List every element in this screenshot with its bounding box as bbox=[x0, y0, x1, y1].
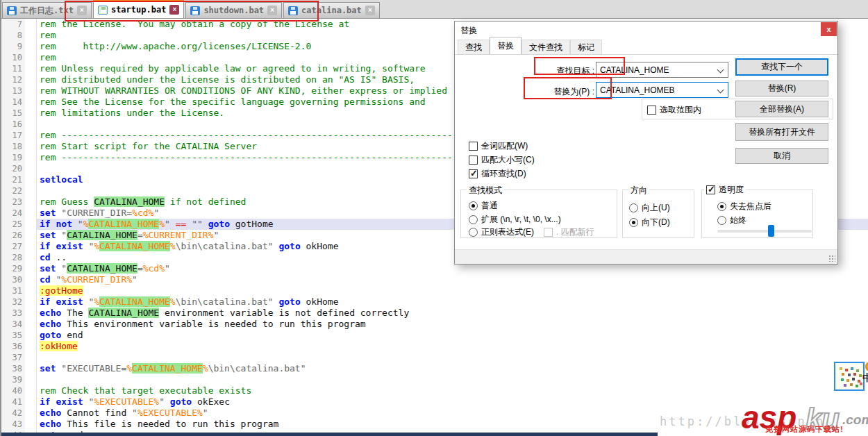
direction-down-radio[interactable]: 向下(D) bbox=[629, 217, 670, 228]
fold-margin bbox=[25, 374, 37, 385]
fold-margin bbox=[25, 285, 37, 296]
tab-close-icon[interactable]: × bbox=[267, 6, 277, 15]
replace-all-open-button[interactable]: 替换所有打开文件 bbox=[735, 123, 828, 141]
line-number: 26 bbox=[1, 230, 25, 241]
radio-unselected-icon[interactable] bbox=[469, 215, 478, 224]
radio-unselected-icon[interactable] bbox=[629, 203, 638, 212]
checkbox-unchecked-icon[interactable] bbox=[469, 156, 478, 165]
code-line[interactable]: 38set "EXECUTABLE=%CATALINA_HOME%\bin\ca… bbox=[1, 363, 868, 374]
radio-selected-icon[interactable] bbox=[629, 218, 638, 227]
code-line[interactable]: 36:okHome bbox=[1, 341, 868, 352]
dialog-title-bar[interactable]: 替换 x bbox=[455, 22, 837, 37]
line-number: 11 bbox=[1, 63, 25, 74]
mode-extended-radio[interactable]: 扩展 (\n, \r, \t, \0, \x...) bbox=[469, 214, 561, 226]
tab-find[interactable]: 查找 bbox=[458, 40, 490, 54]
checkbox-disabled-icon bbox=[544, 228, 553, 237]
line-number: 34 bbox=[1, 319, 25, 330]
wrap-around-label: 循环查找(D) bbox=[481, 168, 526, 180]
code-line[interactable]: 35goto end bbox=[1, 330, 868, 341]
fold-margin bbox=[25, 408, 37, 419]
popup-thumbnail[interactable] bbox=[834, 362, 865, 391]
code-line[interactable]: 40rem Check that target executable exist… bbox=[1, 385, 868, 396]
code-line[interactable]: 33echo The CATALINA_HOME environment var… bbox=[1, 308, 868, 319]
line-number: 30 bbox=[1, 274, 25, 285]
checkbox-unchecked-icon[interactable] bbox=[647, 106, 656, 115]
transparency-checkbox[interactable]: 透明度 bbox=[704, 184, 746, 196]
wrap-around-checkbox[interactable]: 循环查找(D) bbox=[469, 168, 526, 180]
floppy-save-icon bbox=[98, 6, 108, 15]
code-text: cd "%CURRENT_DIR%" bbox=[37, 274, 868, 285]
code-line[interactable]: 32if exist "%CATALINA_HOME%\bin\catalina… bbox=[1, 296, 868, 308]
checkbox-unchecked-icon[interactable] bbox=[469, 142, 478, 151]
mode-normal-label: 普通 bbox=[481, 200, 498, 212]
mode-regex-label: 正则表达式(E) bbox=[481, 226, 534, 238]
mode-normal-radio[interactable]: 普通 bbox=[469, 200, 498, 212]
close-icon[interactable]: x bbox=[821, 22, 837, 36]
fold-margin bbox=[25, 219, 37, 230]
slider-handle[interactable] bbox=[768, 225, 774, 237]
checkbox-checked-icon[interactable] bbox=[469, 169, 478, 178]
in-selection-checkbox[interactable]: 选取范围内 bbox=[647, 104, 701, 116]
line-number: 33 bbox=[1, 308, 25, 319]
fold-margin bbox=[25, 263, 37, 274]
tab-close-icon[interactable]: × bbox=[169, 5, 179, 15]
fold-margin bbox=[25, 341, 37, 352]
confetti-image bbox=[840, 367, 842, 370]
code-text: set "EXECUTABLE=%CATALINA_HOME%\bin\cata… bbox=[37, 363, 868, 374]
match-case-checkbox[interactable]: 匹配大小写(C) bbox=[469, 154, 535, 166]
floppy-save-icon bbox=[288, 6, 298, 15]
cancel-button[interactable]: 取消 bbox=[735, 148, 828, 164]
tab-close-icon[interactable]: × bbox=[365, 6, 375, 15]
line-number: 22 bbox=[1, 185, 25, 196]
mode-regex-radio[interactable]: 正则表达式(E) bbox=[469, 226, 534, 238]
fold-margin bbox=[25, 119, 37, 130]
file-tab-startup.bat[interactable]: startup.bat× bbox=[93, 0, 184, 18]
code-line[interactable]: 39 bbox=[1, 374, 868, 385]
find-what-combo[interactable]: CATALINA_HOME bbox=[596, 62, 728, 78]
line-number: 27 bbox=[1, 241, 25, 252]
aspku-logo-com: .com bbox=[842, 412, 868, 428]
transparency-on-focus-radio[interactable]: 失去焦点后 bbox=[717, 201, 771, 212]
resize-grip[interactable] bbox=[829, 255, 835, 262]
file-tab-shutdown.bat[interactable]: shutdown.bat× bbox=[185, 2, 282, 18]
code-line[interactable]: 29set "CATALINA_HOME=%cd%" bbox=[1, 263, 868, 274]
line-number: 23 bbox=[1, 196, 25, 208]
code-text: if exist "%CATALINA_HOME%\bin\catalina.b… bbox=[37, 296, 868, 308]
fold-margin bbox=[25, 174, 37, 185]
replace-with-combo[interactable]: CATALINA_HOMEB bbox=[596, 82, 728, 98]
chevron-down-icon[interactable] bbox=[717, 87, 724, 94]
transparency-label: 透明度 bbox=[719, 184, 744, 196]
find-next-button[interactable]: 查找下一个 bbox=[735, 58, 828, 76]
tab-replace[interactable]: 替换 bbox=[490, 37, 521, 54]
file-tab-catalina.bat[interactable]: catalina.bat× bbox=[283, 2, 380, 18]
tab-find-in-files[interactable]: 文件查找 bbox=[521, 40, 570, 54]
code-line[interactable]: 34echo This environment variable is need… bbox=[1, 319, 868, 330]
line-number: 36 bbox=[1, 341, 25, 352]
checkbox-checked-icon[interactable] bbox=[706, 185, 715, 194]
code-line[interactable]: 30cd "%CURRENT_DIR%" bbox=[1, 274, 868, 285]
radio-unselected-icon[interactable] bbox=[469, 228, 478, 237]
fold-margin bbox=[25, 330, 37, 341]
fold-margin bbox=[25, 19, 37, 30]
radio-selected-icon[interactable] bbox=[469, 201, 478, 210]
tab-close-icon[interactable]: × bbox=[77, 6, 87, 15]
chevron-down-icon[interactable] bbox=[717, 67, 724, 74]
code-line[interactable]: 41if exist "%EXECUTABLE%" goto okExec bbox=[1, 396, 868, 408]
code-line[interactable]: 37 bbox=[1, 352, 868, 363]
tab-mark[interactable]: 标记 bbox=[570, 40, 602, 54]
transparency-slider[interactable] bbox=[717, 230, 812, 233]
replace-button[interactable]: 替换(R) bbox=[735, 81, 828, 97]
code-text: echo This environment variable is needed… bbox=[37, 319, 868, 330]
transparency-always-radio[interactable]: 始终 bbox=[717, 215, 746, 226]
radio-selected-icon[interactable] bbox=[717, 202, 726, 211]
whole-word-checkbox[interactable]: 全词匹配(W) bbox=[469, 140, 528, 152]
direction-up-radio[interactable]: 向上(U) bbox=[629, 202, 670, 214]
radio-unselected-icon[interactable] bbox=[717, 216, 726, 225]
fold-margin bbox=[25, 130, 37, 141]
code-line[interactable]: 31:gotHome bbox=[1, 285, 868, 296]
replace-all-button[interactable]: 全部替换(A) bbox=[735, 101, 828, 117]
file-tab-工作日志.txt[interactable]: 工作日志.txt× bbox=[2, 2, 92, 18]
fold-margin bbox=[25, 97, 37, 108]
mode-extended-label: 扩展 (\n, \r, \t, \0, \x...) bbox=[481, 214, 561, 226]
line-number: 21 bbox=[1, 174, 25, 185]
